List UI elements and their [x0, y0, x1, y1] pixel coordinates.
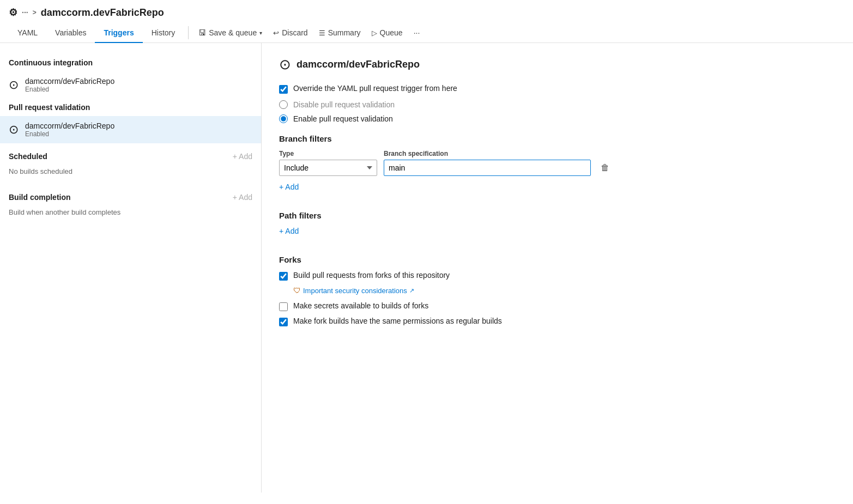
make-secrets-checkbox[interactable]	[279, 302, 288, 311]
tab-triggers[interactable]: Triggers	[95, 23, 142, 42]
ci-repo-item[interactable]: ⊙ damccorm/devFabricRepo Enabled	[0, 71, 261, 99]
tab-history[interactable]: History	[143, 23, 184, 42]
spec-filter-col: Branch specification	[384, 150, 591, 176]
build-completion-section-header: Build completion + Add	[0, 184, 261, 206]
ci-section-title: Continuous integration	[0, 54, 261, 71]
scheduled-title: Scheduled	[9, 152, 47, 161]
type-label: Type	[279, 150, 377, 157]
security-icon: 🛡	[293, 286, 301, 295]
delete-branch-filter-button[interactable]: 🗑	[597, 160, 613, 176]
ci-repo-status: Enabled	[25, 86, 114, 93]
enable-pr-label[interactable]: Enable pull request validation	[293, 114, 393, 123]
build-forks-checkbox[interactable]	[279, 272, 288, 281]
save-icon: 🖫	[198, 28, 206, 37]
security-link[interactable]: 🛡 Important security considerations ↗	[293, 286, 836, 295]
forks-section: Forks Build pull requests from forks of …	[279, 255, 836, 326]
path-filters-heading: Path filters	[279, 211, 836, 220]
right-repo-header: ⊙ damccorm/devFabricRepo	[279, 56, 836, 73]
disable-pr-label[interactable]: Disable pull request validation	[293, 100, 395, 109]
spec-label: Branch specification	[384, 150, 591, 157]
scheduled-empty-text: No builds scheduled	[0, 165, 261, 184]
branch-filter-row: Type Include Exclude Branch specificatio…	[279, 150, 836, 176]
queue-button[interactable]: ▷ Queue	[366, 25, 408, 40]
left-panel: Continuous integration ⊙ damccorm/devFab…	[0, 43, 262, 493]
pr-github-icon: ⊙	[9, 123, 19, 137]
breadcrumb-chevron: >	[33, 9, 37, 16]
breadcrumb: ⚙ ··· > damccorm.devFabricRepo	[0, 0, 853, 23]
breadcrumb-title: damccorm.devFabricRepo	[41, 7, 164, 19]
forks-heading: Forks	[279, 255, 836, 264]
ci-repo-info: damccorm/devFabricRepo Enabled	[25, 77, 114, 93]
external-link-icon: ↗	[409, 287, 414, 294]
disable-radio-row: Disable pull request validation	[279, 100, 836, 109]
queue-icon: ▷	[372, 29, 377, 37]
type-filter-col: Type Include Exclude	[279, 150, 377, 176]
ci-repo-name: damccorm/devFabricRepo	[25, 77, 114, 86]
enable-pr-radio[interactable]	[279, 114, 288, 123]
app-icon: ⚙	[9, 7, 17, 19]
main-content: Continuous integration ⊙ damccorm/devFab…	[0, 43, 853, 493]
pr-repo-item[interactable]: ⊙ damccorm/devFabricRepo Enabled	[0, 116, 261, 143]
scheduled-section-header: Scheduled + Add	[0, 143, 261, 165]
enable-radio-row: Enable pull request validation	[279, 114, 836, 123]
override-checkbox-row: Override the YAML pull request trigger f…	[279, 84, 836, 94]
branch-filter-add-button[interactable]: + Add	[279, 183, 299, 191]
type-select[interactable]: Include Exclude	[279, 160, 377, 176]
save-queue-chevron: ▾	[259, 30, 262, 36]
disable-pr-radio[interactable]	[279, 100, 288, 109]
right-panel: ⊙ damccorm/devFabricRepo Override the YA…	[262, 43, 853, 493]
discard-icon: ↩	[273, 29, 279, 37]
right-github-icon: ⊙	[279, 56, 291, 73]
more-button[interactable]: ···	[408, 25, 426, 40]
summary-icon: ☰	[319, 29, 325, 37]
scheduled-add-button[interactable]: + Add	[233, 152, 252, 161]
tab-variables[interactable]: Variables	[46, 23, 95, 42]
branch-filters-heading: Branch filters	[279, 134, 836, 143]
build-forks-label[interactable]: Build pull requests from forks of this r…	[293, 271, 450, 280]
ci-github-icon: ⊙	[9, 78, 19, 92]
build-forks-checkbox-row: Build pull requests from forks of this r…	[279, 271, 836, 281]
override-checkbox[interactable]	[279, 85, 288, 94]
discard-button[interactable]: ↩ Discard	[268, 25, 313, 40]
path-filter-add-button[interactable]: + Add	[279, 227, 299, 235]
build-completion-title: Build completion	[9, 193, 71, 202]
pr-repo-name: damccorm/devFabricRepo	[25, 122, 114, 130]
save-queue-button[interactable]: 🖫 Save & queue ▾	[193, 25, 268, 40]
right-repo-title: damccorm/devFabricRepo	[297, 59, 420, 70]
tab-yaml[interactable]: YAML	[9, 23, 46, 42]
same-permissions-checkbox-row: Make fork builds have the same permissio…	[279, 317, 836, 326]
make-secrets-checkbox-row: Make secrets available to builds of fork…	[279, 301, 836, 311]
build-completion-empty-text: Build when another build completes	[0, 206, 261, 225]
breadcrumb-dots[interactable]: ···	[22, 8, 28, 17]
pr-repo-status: Enabled	[25, 130, 114, 138]
nav-bar: YAML Variables Triggers History 🖫 Save &…	[0, 23, 853, 43]
same-permissions-checkbox[interactable]	[279, 318, 288, 326]
pr-repo-info: damccorm/devFabricRepo Enabled	[25, 122, 114, 138]
build-completion-add-button[interactable]: + Add	[233, 193, 252, 202]
same-permissions-label[interactable]: Make fork builds have the same permissio…	[293, 317, 502, 325]
summary-button[interactable]: ☰ Summary	[313, 25, 366, 40]
make-secrets-label[interactable]: Make secrets available to builds of fork…	[293, 301, 428, 310]
branch-spec-input[interactable]	[384, 160, 591, 176]
pr-section-title: Pull request validation	[0, 99, 261, 116]
nav-divider	[188, 26, 189, 39]
override-label[interactable]: Override the YAML pull request trigger f…	[293, 84, 457, 93]
